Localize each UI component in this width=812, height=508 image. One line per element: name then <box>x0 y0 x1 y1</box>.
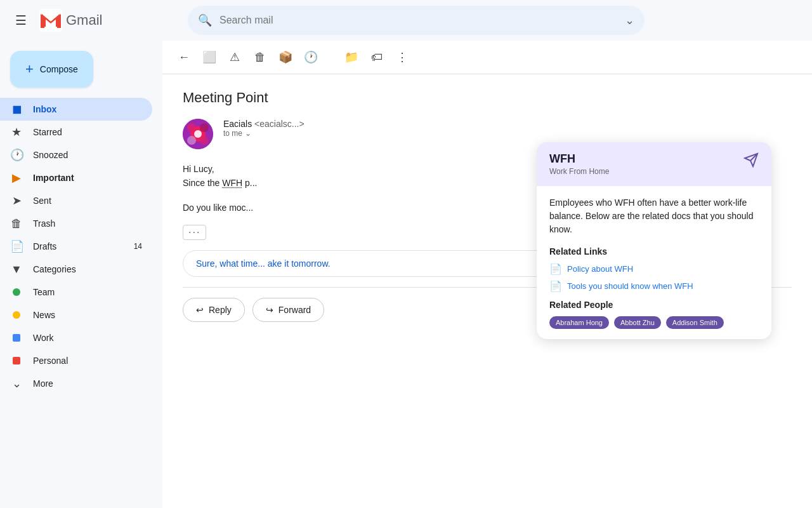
person-chip-1[interactable]: Abbott Zhu <box>614 316 661 329</box>
sidebar-item-more[interactable]: ⌄ More <box>0 372 152 395</box>
sidebar-item-snoozed[interactable]: 🕐 Snoozed <box>0 144 152 166</box>
move-button[interactable]: 📦 <box>274 46 297 69</box>
sidebar-label-more: More <box>33 378 142 389</box>
sender-avatar <box>183 119 213 149</box>
email-subject: Meeting Point <box>183 90 792 106</box>
svg-point-6 <box>200 136 209 145</box>
back-button[interactable]: ← <box>173 46 195 69</box>
sidebar-label-categories: Categories <box>33 264 142 274</box>
wfh-keyword[interactable]: WFH <box>222 178 242 188</box>
sidebar-item-personal[interactable]: Personal <box>0 349 152 372</box>
compose-plus-icon: + <box>25 61 34 77</box>
popup-title: WFH <box>549 152 609 166</box>
sender-email-addr: <eacialsc...> <box>254 119 304 129</box>
forward-arrow-icon: ↪ <box>266 305 273 315</box>
related-links-title: Related Links <box>549 246 759 257</box>
gmail-text: Gmail <box>66 12 102 29</box>
person-chip-0[interactable]: Abraham Hong <box>549 316 609 329</box>
team-label-dot <box>10 286 23 299</box>
archive-button[interactable]: ⬜ <box>198 46 221 69</box>
popup-body: Employees who WFH often have a better wo… <box>537 186 771 339</box>
expand-button[interactable]: ··· <box>183 225 206 240</box>
popup-subtitle: Work From Home <box>549 167 609 176</box>
drafts-count: 14 <box>134 242 142 251</box>
person-chip-2[interactable]: Addison Smith <box>666 316 724 329</box>
sidebar-label-snoozed: Snoozed <box>33 150 142 160</box>
popup-description: Employees who WFH often have a better wo… <box>549 196 759 236</box>
menu-icon[interactable]: ☰ <box>10 8 32 33</box>
avatar-image <box>183 119 213 149</box>
snoozed-icon: 🕐 <box>10 148 23 162</box>
sidebar-label-team: Team <box>33 287 142 297</box>
forward-button[interactable]: ↪ Forward <box>252 298 324 322</box>
sidebar-label-drafts: Drafts <box>33 241 124 251</box>
forward-label: Forward <box>278 305 311 315</box>
sender-name: Eacials <eacialsc...> <box>223 119 792 129</box>
sidebar-item-starred[interactable]: ★ Starred <box>0 121 152 144</box>
link-doc-icon-1: 📄 <box>549 263 562 275</box>
email-toolbar: ← ⬜ ⚠ 🗑 📦 🕐 📁 🏷 ⋮ <box>162 41 812 74</box>
reply-suggestion-text: Sure, what time... ake it tomorrow. <box>196 258 331 269</box>
link-doc-icon-2: 📄 <box>549 280 562 292</box>
topbar-left: ☰ Gmail <box>10 8 175 33</box>
sidebar-item-trash[interactable]: 🗑 Trash <box>0 212 152 235</box>
sidebar-item-categories[interactable]: ▼ Categories <box>0 258 152 281</box>
related-links-section: Related Links 📄 Policy about WFH 📄 Tools… <box>549 246 759 292</box>
sidebar-item-important[interactable]: ▶ Important <box>0 166 152 189</box>
inbox-icon: ◼ <box>10 102 23 116</box>
main-content: ← ⬜ ⚠ 🗑 📦 🕐 📁 🏷 ⋮ Meeting Point <box>162 41 812 508</box>
people-chips: Abraham Hong Abbott Zhu Addison Smith <box>549 316 759 329</box>
to-chevron-icon: ⌄ <box>245 129 251 138</box>
search-input[interactable] <box>219 15 617 26</box>
drafts-icon: 📄 <box>10 239 23 253</box>
tools-link[interactable]: Tools you should know when WFH <box>567 281 693 291</box>
compose-button[interactable]: + Compose <box>10 51 93 88</box>
gmail-logo: Gmail <box>39 9 102 32</box>
reply-label: Reply <box>209 305 232 315</box>
personal-label-dot <box>10 354 23 368</box>
sidebar-item-inbox[interactable]: ◼ Inbox <box>0 98 152 121</box>
sidebar-label-work: Work <box>33 333 142 343</box>
sidebar-item-drafts[interactable]: 📄 Drafts 14 <box>0 235 152 258</box>
folder-button[interactable]: 📁 <box>340 46 363 69</box>
sidebar-label-trash: Trash <box>33 218 142 229</box>
search-dropdown-icon[interactable]: ⌄ <box>625 13 634 27</box>
work-label-dot <box>10 331 23 345</box>
more-icon: ⌄ <box>10 377 23 391</box>
sidebar-item-work[interactable]: Work <box>0 326 152 349</box>
popup-title-group: WFH Work From Home <box>549 152 609 176</box>
compose-label: Compose <box>40 64 78 74</box>
wfh-popup: WFH Work From Home Employees who WFH oft… <box>537 142 771 339</box>
popup-header: WFH Work From Home <box>537 142 771 186</box>
sender-info: Eacials <eacialsc...> to me ⌄ <box>223 119 792 138</box>
popup-link-1[interactable]: 📄 Policy about WFH <box>549 263 759 275</box>
search-icon: 🔍 <box>198 13 212 27</box>
svg-point-7 <box>194 130 202 138</box>
sidebar-item-team[interactable]: Team <box>0 281 152 304</box>
sidebar-item-sent[interactable]: ➤ Sent <box>0 189 152 212</box>
sidebar: + Compose ◼ Inbox ★ Starred 🕐 Snoozed ▶ … <box>0 41 162 508</box>
policy-link[interactable]: Policy about WFH <box>567 264 633 274</box>
related-people-section: Related People Abraham Hong Abbott Zhu A… <box>549 300 759 329</box>
spam-button[interactable]: ⚠ <box>223 46 246 69</box>
trash-icon: 🗑 <box>10 217 23 231</box>
topbar: ☰ Gmail 🔍 ⌄ <box>0 0 812 41</box>
sidebar-label-personal: Personal <box>33 356 142 366</box>
sent-icon: ➤ <box>10 194 23 208</box>
to-line[interactable]: to me ⌄ <box>223 129 792 138</box>
svg-point-5 <box>187 136 196 145</box>
important-icon: ▶ <box>10 171 23 185</box>
related-people-title: Related People <box>549 300 759 310</box>
sidebar-item-news[interactable]: News <box>0 304 152 326</box>
svg-point-4 <box>200 123 209 132</box>
reply-button[interactable]: ↩ Reply <box>183 298 245 322</box>
popup-send-icon[interactable] <box>743 152 759 171</box>
more-actions-button[interactable]: ⋮ <box>391 46 414 69</box>
popup-link-2[interactable]: 📄 Tools you should know when WFH <box>549 280 759 292</box>
news-label-dot <box>10 309 23 322</box>
label-button[interactable]: 🏷 <box>365 46 388 69</box>
svg-point-3 <box>187 123 196 132</box>
delete-button[interactable]: 🗑 <box>249 46 272 69</box>
snooze-button[interactable]: 🕐 <box>299 46 322 69</box>
search-bar[interactable]: 🔍 ⌄ <box>188 6 645 35</box>
